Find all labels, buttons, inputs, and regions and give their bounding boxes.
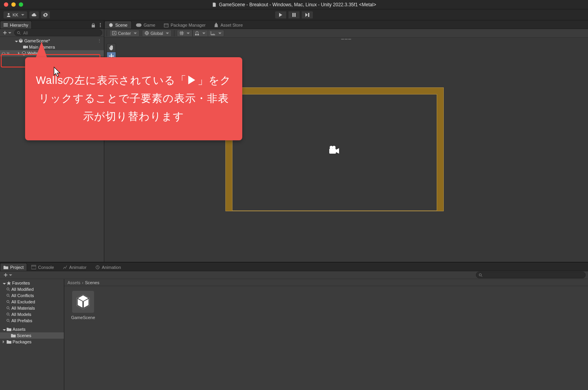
snap-settings-button[interactable] [208, 30, 224, 37]
svg-rect-17 [195, 34, 197, 35]
scene-toolbar: Center Global [104, 29, 588, 38]
create-button[interactable] [2, 31, 13, 35]
zoom-window-button[interactable] [19, 2, 23, 7]
breadcrumb-item[interactable]: Assets [67, 280, 80, 285]
favorite-label: All Prefabs [11, 318, 32, 323]
search-icon [6, 294, 10, 297]
tab-console[interactable]: Console [27, 263, 58, 271]
favorite-item[interactable]: All Modified [0, 286, 64, 292]
project-tree[interactable]: Favorites All Modified All Conflicts All… [0, 279, 64, 390]
snap-increment-button[interactable] [192, 30, 208, 37]
svg-point-15 [114, 33, 115, 34]
pause-button[interactable] [288, 11, 300, 19]
favorite-item[interactable]: All Models [0, 311, 64, 317]
animation-icon [95, 265, 100, 270]
pick-icon [6, 52, 10, 55]
svg-rect-13 [164, 24, 168, 27]
svg-point-36 [7, 313, 9, 315]
step-button[interactable] [301, 11, 313, 19]
favorite-item[interactable]: All Materials [0, 305, 64, 311]
camera-icon [328, 146, 339, 154]
unity-scene-icon [18, 38, 23, 43]
separator [174, 30, 174, 36]
packages-label: Packages [13, 339, 31, 344]
breadcrumb-item[interactable]: Scenes [85, 280, 100, 285]
project-search[interactable] [476, 272, 586, 278]
lock-icon [91, 23, 95, 27]
hierarchy-tab[interactable]: Hierarchy [0, 21, 32, 29]
chevron-down-icon [166, 33, 169, 34]
breadcrumb[interactable]: Assets › Scenes [64, 279, 588, 286]
chevron-down-icon [8, 32, 11, 34]
lock-button[interactable] [90, 22, 97, 29]
project-search-input[interactable] [484, 272, 583, 278]
tab-label: Game [143, 23, 155, 27]
panel-menu-button[interactable] [97, 22, 104, 29]
handle-rotation-button[interactable]: Global [142, 30, 172, 37]
store-icon [214, 23, 218, 27]
hand-tool-button[interactable] [107, 44, 116, 52]
hierarchy-tabrow: Hierarchy [0, 20, 104, 29]
hierarchy-search-input[interactable] [22, 30, 100, 36]
tab-project[interactable]: Project [0, 263, 27, 271]
tab-label: Scene [115, 23, 127, 27]
svg-point-35 [7, 307, 9, 309]
foldout-icon[interactable] [16, 51, 21, 56]
folder-icon [7, 327, 11, 331]
assets-label: Assets [13, 327, 25, 332]
settings-button[interactable] [41, 11, 50, 19]
camera-icon [23, 45, 28, 49]
svg-rect-4 [4, 24, 8, 24]
window-title: GameScene - Breakout - Windows, Mac, Lin… [212, 2, 376, 7]
folder-icon [11, 334, 16, 337]
tab-package-manager[interactable]: Package Manager [160, 21, 210, 29]
pivot-mode-button[interactable]: Center [109, 30, 140, 37]
visibility-toggles[interactable] [0, 52, 10, 55]
packages-heading[interactable]: Packages [0, 339, 64, 345]
svg-rect-5 [4, 25, 8, 25]
play-button[interactable] [275, 11, 287, 19]
tab-asset-store[interactable]: Asset Store [210, 21, 247, 29]
search-icon [17, 31, 21, 35]
asset-item-gamescene[interactable]: GameScene [69, 291, 97, 320]
play-icon [279, 13, 283, 17]
favorite-item[interactable]: All Conflicts [0, 292, 64, 299]
favorite-item[interactable]: All Prefabs [0, 317, 64, 324]
asset-grid[interactable]: GameScene [64, 286, 588, 390]
close-window-button[interactable] [4, 2, 8, 7]
window-title-text: GameScene - Breakout - Windows, Mac, Lin… [219, 2, 376, 7]
main-camera-gizmo[interactable] [328, 146, 339, 154]
account-button[interactable]: KK [3, 11, 27, 19]
svg-rect-29 [31, 265, 36, 269]
tab-label: Package Manager [171, 23, 205, 27]
project-create-button[interactable] [2, 273, 13, 277]
scene-menu-button[interactable]: ⋮ [97, 38, 102, 44]
favorite-label: All Conflicts [11, 293, 34, 298]
bottom-tabrow: Project Console Animator Animation [0, 263, 588, 271]
user-icon [6, 13, 11, 17]
overlay-drag-handle[interactable] [341, 39, 351, 40]
tab-animator[interactable]: Animator [58, 263, 91, 271]
favorite-item[interactable]: All Excluded [0, 299, 64, 305]
foldout-icon[interactable] [13, 38, 18, 43]
hierarchy-search[interactable] [14, 29, 102, 36]
chevron-down-icon [218, 33, 221, 34]
folder-label: Scenes [17, 333, 31, 338]
assets-heading[interactable]: Assets [0, 326, 64, 332]
folder-scenes[interactable]: Scenes [0, 332, 64, 339]
cloud-button[interactable] [29, 11, 39, 19]
play-controls [275, 11, 313, 19]
svg-rect-11 [23, 46, 26, 49]
favorites-heading[interactable]: Favorites [0, 280, 64, 286]
minimize-window-button[interactable] [11, 2, 16, 7]
tab-scene[interactable]: Scene [104, 21, 132, 29]
svg-point-32 [7, 288, 9, 290]
grid-snap-button[interactable] [177, 30, 192, 37]
tab-animation[interactable]: Animation [91, 263, 125, 271]
grid-icon [180, 31, 184, 35]
chevron-down-icon [134, 33, 137, 34]
tab-game[interactable]: Game [132, 21, 160, 29]
tab-label: Animation [102, 265, 121, 270]
folder-icon [4, 265, 8, 269]
cloud-icon [31, 13, 37, 17]
